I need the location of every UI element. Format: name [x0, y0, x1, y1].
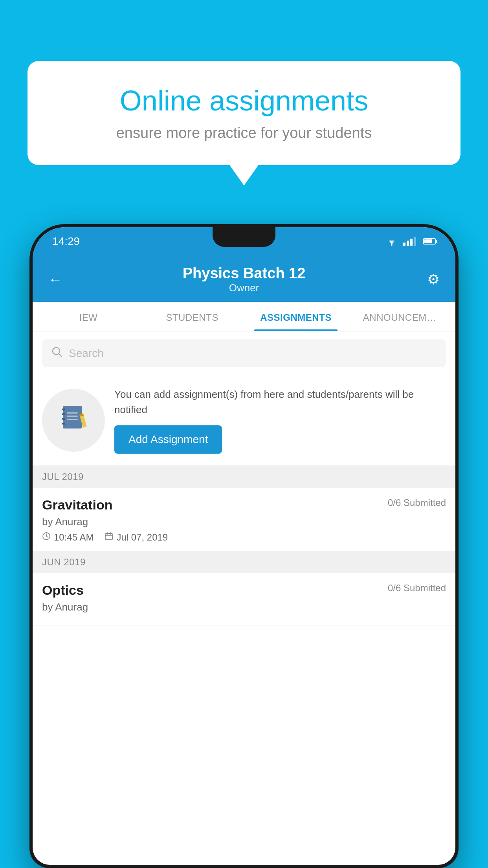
assignment-by-optics: by Anurag — [42, 601, 446, 613]
speech-bubble: Online assignments ensure more practice … — [28, 61, 460, 165]
search-icon — [51, 346, 62, 360]
assignment-item-top-optics: Optics 0/6 Submitted — [42, 583, 446, 598]
assignment-time: 10:45 AM — [54, 532, 94, 543]
battery-icon — [423, 238, 436, 245]
promo-content: You can add assignment(s) from here and … — [114, 387, 446, 454]
svg-marker-12 — [82, 426, 83, 429]
tab-assignments[interactable]: ASSIGNMENTS — [244, 302, 348, 331]
tabs-container: IEW STUDENTS ASSIGNMENTS ANNOUNCEM… — [33, 302, 455, 331]
assignment-item-optics[interactable]: Optics 0/6 Submitted by Anurag — [33, 573, 455, 625]
speech-bubble-subtitle: ensure more practice for your students — [55, 125, 433, 142]
wifi-icon — [386, 237, 398, 246]
tab-iew[interactable]: IEW — [37, 302, 140, 331]
assignment-name: Gravitation — [42, 497, 112, 513]
assignment-item-top: Gravitation 0/6 Submitted — [42, 497, 446, 513]
promo-description: You can add assignment(s) from here and … — [114, 387, 446, 417]
calendar-icon — [105, 532, 113, 543]
assignment-meta: 10:45 AM Jul 07, 2019 — [42, 532, 446, 543]
assignment-promo: You can add assignment(s) from here and … — [33, 375, 455, 466]
status-time: 14:29 — [52, 235, 80, 248]
svg-rect-4 — [62, 408, 65, 410]
settings-button[interactable]: ⚙ — [416, 271, 440, 288]
assignment-date: Jul 07, 2019 — [116, 532, 168, 543]
header-center: Physics Batch 12 Owner — [183, 265, 306, 294]
assignment-item-gravitation[interactable]: Gravitation 0/6 Submitted by Anurag — [33, 488, 455, 551]
search-container: Search — [33, 331, 455, 375]
svg-rect-8 — [67, 412, 78, 414]
tab-announcements[interactable]: ANNOUNCEM… — [348, 302, 451, 331]
notebook-icon — [59, 403, 88, 438]
phone-inner: 14:29 — [33, 227, 455, 865]
speech-bubble-title: Online assignments — [55, 85, 433, 117]
assignment-name-optics: Optics — [42, 583, 84, 598]
svg-point-0 — [391, 244, 393, 246]
tab-students[interactable]: STUDENTS — [140, 302, 244, 331]
assignment-by: by Anurag — [42, 516, 446, 528]
header-subtitle: Owner — [183, 282, 306, 294]
meta-date: Jul 07, 2019 — [105, 532, 168, 543]
svg-rect-5 — [62, 413, 65, 415]
section-header-jun: JUN 2019 — [33, 551, 455, 573]
phone-notch — [213, 227, 275, 247]
svg-rect-6 — [62, 418, 65, 420]
header-title: Physics Batch 12 — [183, 265, 306, 282]
svg-rect-17 — [105, 533, 112, 540]
svg-line-16 — [46, 536, 48, 537]
add-assignment-button[interactable]: Add Assignment — [114, 425, 222, 454]
back-button[interactable]: ← — [48, 271, 72, 288]
search-bar[interactable]: Search — [42, 339, 446, 367]
svg-rect-3 — [63, 406, 82, 428]
assignment-submitted-optics: 0/6 Submitted — [388, 583, 446, 594]
app-header: ← Physics Batch 12 Owner ⚙ — [33, 256, 455, 302]
meta-time: 10:45 AM — [42, 532, 94, 543]
clock-icon — [42, 532, 51, 543]
svg-rect-9 — [67, 416, 78, 417]
assignment-submitted: 0/6 Submitted — [388, 497, 446, 508]
svg-rect-7 — [62, 423, 65, 425]
phone-frame: 14:29 — [29, 224, 459, 868]
section-header-jul: JUL 2019 — [33, 466, 455, 488]
svg-line-2 — [59, 354, 62, 357]
search-placeholder: Search — [69, 347, 104, 360]
speech-bubble-container: Online assignments ensure more practice … — [28, 61, 460, 165]
promo-icon-circle — [42, 389, 105, 452]
svg-rect-10 — [67, 419, 78, 420]
status-icons — [386, 237, 436, 246]
content-area: Search — [33, 331, 455, 625]
signal-icon — [403, 237, 416, 246]
